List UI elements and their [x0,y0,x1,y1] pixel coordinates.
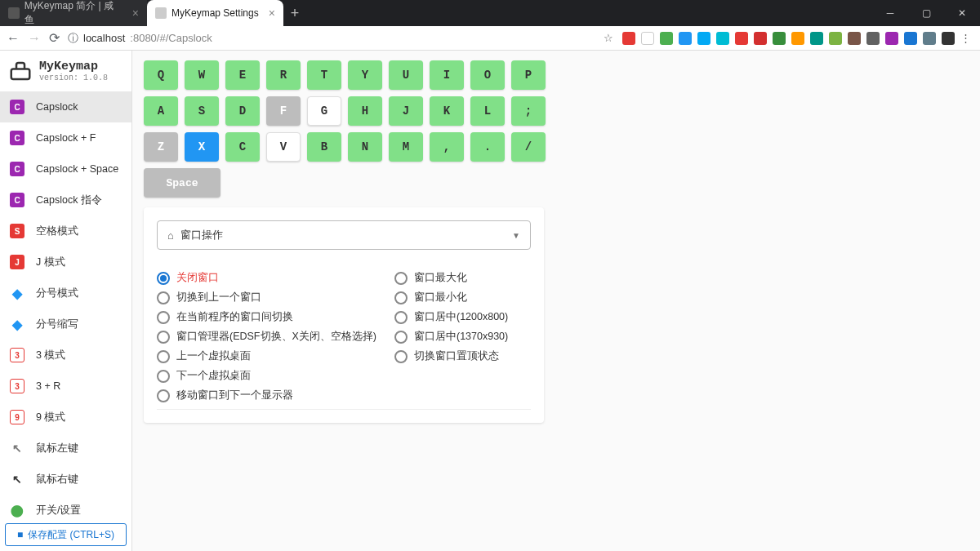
key-a[interactable]: A [144,96,178,126]
key-h[interactable]: H [348,96,382,126]
ext-icon[interactable] [923,32,936,45]
ext-icon[interactable] [810,32,823,45]
ext-icon[interactable] [773,32,786,45]
key-r[interactable]: R [266,60,301,90]
sidebar-item-capslock-space[interactable]: CCapslock + Space [0,153,131,184]
forward-button[interactable]: → [28,31,41,46]
key-b[interactable]: B [307,132,341,162]
sidebar-item-semi-mode[interactable]: ◆分号模式 [0,278,131,309]
ext-icon[interactable] [622,32,635,45]
ext-icon[interactable] [885,32,898,45]
option-move-next-monitor[interactable]: 移动窗口到下一个显示器 [157,389,376,402]
option-maximize[interactable]: 窗口最大化 [394,271,508,285]
key-f[interactable]: F [266,96,301,126]
sidebar-item-capslock-cmd[interactable]: CCapslock 指令 [0,184,131,216]
key-comma[interactable]: , [430,132,464,162]
sidebar-item-label: 分号模式 [36,287,78,300]
ext-icon[interactable] [866,32,880,45]
ext-icon[interactable] [754,32,767,45]
key-e[interactable]: E [225,60,260,90]
key-k[interactable]: K [430,96,464,126]
key-p[interactable]: P [511,60,546,90]
option-label: 在当前程序的窗口间切换 [176,310,293,324]
option-prev-window[interactable]: 切换到上一个窗口 [157,291,376,304]
keyboard-row-space: Space [144,168,980,198]
option-close-window[interactable]: 关闭窗口 [157,271,376,285]
key-d[interactable]: D [225,96,260,126]
ext-icon[interactable] [791,32,804,45]
ext-icon[interactable] [679,32,692,45]
key-n[interactable]: N [348,132,382,162]
sidebar-item-space-mode[interactable]: S空格模式 [0,216,131,247]
browser-tab-1[interactable]: MyKeymap Settings × [147,0,283,26]
key-q[interactable]: Q [144,60,178,90]
browser-tab-0[interactable]: MyKeymap 简介 | 咸鱼 × [0,0,147,26]
key-t[interactable]: T [307,60,341,90]
ext-icon[interactable] [697,32,710,45]
key-c[interactable]: C [225,132,260,162]
ext-icon[interactable] [942,32,955,45]
sidebar-item-capslock-f[interactable]: CCapslock + F [0,122,131,153]
ext-icon[interactable] [660,32,673,45]
key-x[interactable]: X [185,132,219,162]
sidebar-item-3-r[interactable]: 33 + R [0,371,131,402]
key-slash[interactable]: / [511,132,546,162]
key-period[interactable]: . [470,132,505,162]
ext-icon[interactable] [716,32,729,45]
sidebar-item-label: 9 模式 [36,411,65,424]
option-next-desktop[interactable]: 下一个虚拟桌面 [157,369,376,383]
ext-icon[interactable] [904,32,917,45]
sidebar-item-j-mode[interactable]: JJ 模式 [0,247,131,278]
menu-icon[interactable]: ⋮ [960,32,973,45]
key-u[interactable]: U [389,60,423,90]
key-z[interactable]: Z [144,132,178,162]
category-dropdown[interactable]: ⌂ 窗口操作 ▼ [157,220,531,250]
sidebar-item-mouse-right[interactable]: ↖鼠标右键 [0,464,131,495]
option-center-1200[interactable]: 窗口居中(1200x800) [394,310,508,324]
key-y[interactable]: Y [348,60,382,90]
ext-icon[interactable] [735,32,748,45]
back-button[interactable]: ← [7,31,20,46]
reload-button[interactable]: ⟳ [49,30,60,46]
sidebar-item-settings[interactable]: ⬤开关/设置 [0,495,131,518]
address-field[interactable]: ⓘ localhost:8080/#/Capslock [68,31,212,46]
sidebar-item-semi-abbr[interactable]: ◆分号缩写 [0,309,131,340]
sidebar-item-label: 鼠标右键 [36,473,78,487]
sidebar-item-9-mode[interactable]: 99 模式 [0,402,131,433]
option-toggle-topmost[interactable]: 切换窗口置顶状态 [394,349,508,363]
option-label: 关闭窗口 [176,271,219,285]
close-window-button[interactable]: ✕ [944,0,980,26]
star-icon[interactable]: ☆ [604,32,617,45]
key-space[interactable]: Space [144,168,220,198]
key-v[interactable]: V [266,132,301,162]
key-i[interactable]: I [430,60,464,90]
new-tab-button[interactable]: + [283,5,306,22]
letter-c-icon: C [10,193,24,207]
close-icon[interactable]: × [132,7,139,20]
key-m[interactable]: M [389,132,423,162]
letter-c-icon: C [10,162,24,176]
option-window-manager[interactable]: 窗口管理器(EDSF切换、X关闭、空格选择) [157,330,376,344]
key-j[interactable]: J [389,96,423,126]
ext-icon[interactable] [829,32,842,45]
key-semicolon[interactable]: ; [511,96,546,126]
option-cycle-app-windows[interactable]: 在当前程序的窗口间切换 [157,310,376,324]
minimize-button[interactable]: ─ [872,0,908,26]
close-icon[interactable]: × [269,7,275,20]
key-s[interactable]: S [185,96,219,126]
ext-icon[interactable] [848,32,861,45]
option-prev-desktop[interactable]: 上一个虚拟桌面 [157,349,376,363]
option-center-1370[interactable]: 窗口居中(1370x930) [394,330,508,344]
key-o[interactable]: O [470,60,505,90]
sidebar-item-label: Capslock 指令 [36,193,102,207]
option-minimize[interactable]: 窗口最小化 [394,291,508,304]
key-w[interactable]: W [185,60,219,90]
sidebar-item-3-mode[interactable]: 33 模式 [0,340,131,371]
save-config-button[interactable]: ■ 保存配置 (CTRL+S) [5,523,127,546]
sidebar-item-capslock[interactable]: CCapslock [0,91,131,122]
ext-icon[interactable] [641,32,654,45]
sidebar-item-mouse-left[interactable]: ↖鼠标左键 [0,433,131,464]
maximize-button[interactable]: ▢ [908,0,944,26]
key-l[interactable]: L [470,96,505,126]
key-g[interactable]: G [307,96,341,126]
